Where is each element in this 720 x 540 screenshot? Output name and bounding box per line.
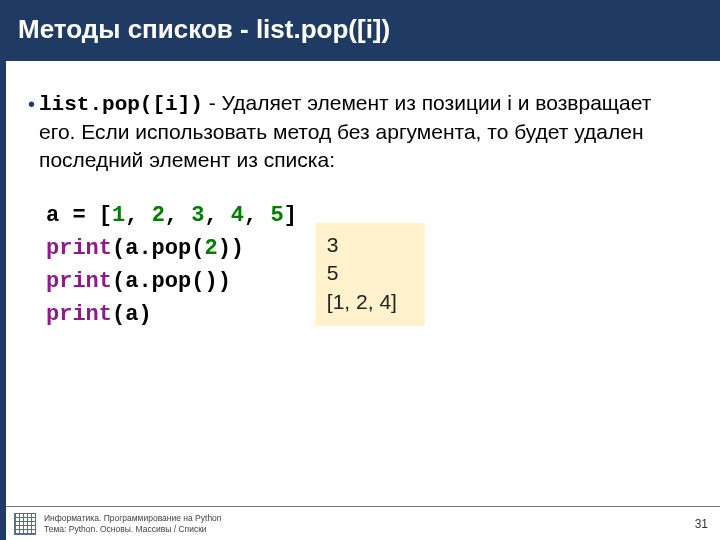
- content-area: • list.pop([i]) - Удаляет элемент из поз…: [6, 61, 720, 331]
- method-name: list.pop([i]): [39, 93, 203, 116]
- bullet-text: list.pop([i]) - Удаляет элемент из позиц…: [39, 89, 690, 173]
- slide: Методы списков - list.pop([i]) • list.po…: [0, 0, 720, 540]
- code-area: a = [1, 2, 3, 4, 5] print(a.pop(2)) prin…: [46, 199, 690, 331]
- code-line-3: print(a.pop()): [46, 265, 297, 298]
- code-line-2: print(a.pop(2)): [46, 232, 297, 265]
- footer-line-1: Информатика. Программирование на Python: [44, 513, 695, 524]
- footer-text: Информатика. Программирование на Python …: [44, 513, 695, 534]
- slide-title: Методы списков - list.pop([i]): [6, 0, 720, 61]
- code-line-4: print(a): [46, 298, 297, 331]
- code-line-1: a = [1, 2, 3, 4, 5]: [46, 199, 297, 232]
- code-block: a = [1, 2, 3, 4, 5] print(a.pop(2)) prin…: [46, 199, 297, 331]
- bullet-icon: •: [28, 91, 35, 117]
- page-number: 31: [695, 517, 708, 531]
- footer-line-2: Тема: Python. Основы. Массивы / Списки: [44, 524, 695, 535]
- output-block: 3 5 [1, 2, 4]: [315, 223, 425, 326]
- footer-logo-icon: [14, 513, 36, 535]
- output-line-2: 5: [327, 259, 409, 287]
- footer: Информатика. Программирование на Python …: [6, 506, 720, 540]
- output-line-3: [1, 2, 4]: [327, 288, 409, 316]
- bullet-item: • list.pop([i]) - Удаляет элемент из поз…: [28, 89, 690, 173]
- output-line-1: 3: [327, 231, 409, 259]
